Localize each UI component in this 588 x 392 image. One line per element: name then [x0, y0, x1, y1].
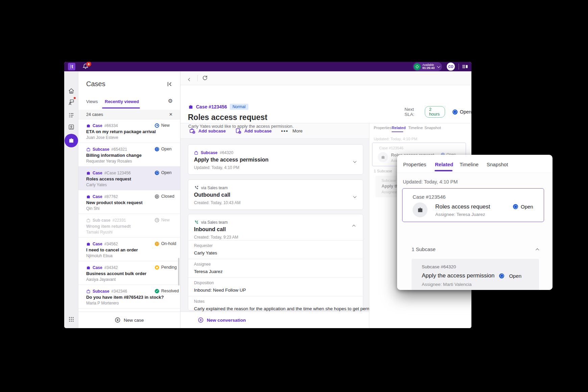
- refresh-button[interactable]: [202, 75, 208, 81]
- case-list-item[interactable]: Subcase #654321 Open Billing information…: [78, 143, 180, 167]
- status-open-icon: [452, 109, 458, 115]
- collapse-panel-button[interactable]: [167, 81, 172, 87]
- case-status[interactable]: Open: [452, 109, 471, 115]
- case-avatar: [378, 152, 388, 162]
- status-new-icon: [155, 218, 159, 222]
- status-label: New: [161, 218, 170, 222]
- cases-panel-header: Cases: [78, 71, 180, 95]
- case-title-heading: Roles access request: [188, 113, 267, 122]
- apps-grid-button[interactable]: [69, 317, 74, 322]
- subcase-icon: [86, 289, 91, 294]
- tab-related[interactable]: Related: [392, 126, 406, 130]
- availability-timer: 01:25:43: [422, 67, 435, 70]
- case-list-item[interactable]: Case #66334 New ETA on my return package…: [78, 119, 180, 143]
- notifications-button[interactable]: 8: [82, 63, 90, 71]
- status-open-icon: [499, 273, 504, 278]
- clear-filter-button[interactable]: ✕: [169, 112, 173, 117]
- updated-timestamp: Updated: Today, 4:10 PM: [374, 137, 417, 141]
- case-title: New product stock request: [86, 200, 143, 205]
- more-button[interactable]: ••• More: [281, 128, 302, 134]
- call-created: Created: Today, 10:43 AM: [194, 200, 241, 205]
- status-label: Open: [509, 273, 521, 279]
- inbound-call-card[interactable]: via Sales team Inbound call Created: Tod…: [188, 214, 363, 311]
- collapse-card-button[interactable]: [353, 222, 356, 228]
- related-subcase-assignee: Assignee: Marti Valencia: [422, 282, 472, 287]
- next-sla-label: Next SLA:: [405, 107, 421, 117]
- related-case-id: Case #123546: [413, 194, 446, 200]
- subcase-icon: [86, 147, 91, 152]
- status-label: Open: [460, 109, 471, 115]
- outbound-call-card[interactable]: via Sales team Outbound call Created: To…: [188, 179, 363, 210]
- expand-card-button[interactable]: [353, 158, 356, 164]
- subcase-count-label: 1 Subcase: [412, 246, 436, 252]
- status-new-icon: [155, 123, 159, 128]
- case-list-item[interactable]: Case #87762 Closed New product stock req…: [78, 190, 180, 214]
- contact-card-icon: [68, 124, 75, 130]
- field-value: Inbound: Need Follow UP: [194, 288, 357, 293]
- user-avatar[interactable]: CO: [447, 63, 455, 71]
- subcase-icon: [194, 151, 198, 155]
- related-case-id: Case #123546: [379, 146, 403, 150]
- tab-properties[interactable]: Properties: [403, 162, 426, 167]
- conversation-column: Add subcase Add subcase •••: [180, 123, 369, 328]
- availability-menu[interactable]: Available 01:25:43: [413, 62, 442, 71]
- case-icon: [86, 171, 91, 175]
- new-case-button[interactable]: New case: [78, 312, 180, 328]
- subcase-card[interactable]: Subcase #64320 Apply the access permissi…: [188, 144, 363, 175]
- case-list-item-disabled[interactable]: Sub case #22331 New Wrong item returnedt…: [78, 214, 180, 238]
- status-onhold-icon: [155, 242, 159, 246]
- subcase-updated: Updated: Today, 4:10 PM: [194, 165, 239, 170]
- field-label: Requester: [194, 243, 357, 248]
- status-label: Open: [521, 204, 533, 210]
- expand-card-button[interactable]: [353, 193, 356, 199]
- tab-snapshot[interactable]: Snapshot: [487, 162, 508, 167]
- case-person: Qin Shi: [86, 206, 99, 211]
- status-open-icon: [513, 204, 518, 209]
- settings-gear-button[interactable]: ⚙: [168, 98, 173, 104]
- status-label: Open: [161, 170, 172, 175]
- case-id: #66334: [104, 123, 118, 128]
- collapse-section-button[interactable]: [537, 246, 539, 252]
- more-label: More: [293, 128, 303, 133]
- tab-recently-viewed[interactable]: Recently viewed: [105, 99, 139, 104]
- app-logo[interactable]: t: [68, 63, 75, 70]
- tab-properties[interactable]: Properties: [374, 126, 391, 130]
- case-person: Requester Yeray Rosales: [86, 159, 132, 164]
- cases-tabs: Views Recently viewed ⚙: [78, 95, 180, 110]
- logo-letter: t: [72, 64, 73, 69]
- tab-views[interactable]: Views: [86, 99, 98, 104]
- case-list-item[interactable]: Case #34342 Pending Business account bul…: [78, 261, 180, 285]
- case-type-label: Subcase: [93, 289, 109, 294]
- screen: t 8 Available 01:25:43 CO: [0, 0, 588, 392]
- case-list-item-selected[interactable]: Case #Case 123456 Open Roles access requ…: [78, 167, 180, 190]
- tab-timeline[interactable]: Timeline: [460, 162, 479, 167]
- status-open-icon: [155, 147, 159, 151]
- case-header: Case #123456 Normal Roles access request…: [180, 85, 471, 123]
- related-case-assignee: Assignee: Teresa Juarez: [435, 212, 485, 217]
- related-case-card[interactable]: Case #123546 Roles access request Assign…: [402, 188, 544, 222]
- tab-related[interactable]: Related: [435, 162, 453, 167]
- tab-snapshot[interactable]: Snapshot: [424, 126, 441, 130]
- case-title: Wrong item returnedt: [86, 224, 131, 229]
- case-number: Case #123456: [196, 104, 227, 109]
- case-icon: [86, 242, 91, 246]
- waffle-icon: [69, 317, 74, 322]
- nav-home[interactable]: [68, 88, 75, 94]
- tab-timeline[interactable]: Timeline: [408, 126, 423, 130]
- nav-activities[interactable]: [68, 112, 75, 119]
- cases-panel: Cases Views Recently viewed ⚙ 24 cases ✕: [78, 71, 180, 328]
- case-type-label: Sub case: [93, 218, 111, 223]
- back-button[interactable]: [189, 76, 191, 82]
- case-list-item[interactable]: Case #34562 On-hold I need to cancel an …: [78, 238, 180, 261]
- nav-conversations[interactable]: [68, 99, 75, 105]
- case-icon: [86, 124, 91, 128]
- nav-cases-active[interactable]: [65, 134, 78, 147]
- cases-list-scrollbar[interactable]: [178, 258, 179, 286]
- case-id: #22331: [113, 218, 126, 223]
- related-subcase-card[interactable]: Subcase #64320 Apply the access permissi…: [412, 259, 539, 290]
- nav-contacts[interactable]: [68, 124, 75, 130]
- field-label: Notes: [194, 299, 357, 304]
- field-notes: Notes Carly explained the reason for the…: [188, 296, 363, 315]
- case-list-item[interactable]: Subcase #342346 Resolved Do you have ite…: [78, 285, 180, 309]
- toggle-panel-button[interactable]: [462, 64, 468, 69]
